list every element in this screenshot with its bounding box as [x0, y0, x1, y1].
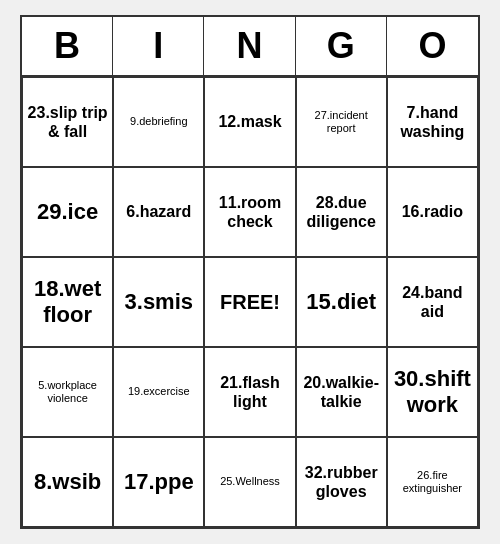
bingo-cell-8: 28.due diligence — [296, 167, 387, 257]
bingo-cell-17: 21.flash light — [204, 347, 295, 437]
bingo-cell-7: 11.room check — [204, 167, 295, 257]
header-letter-n: N — [204, 17, 295, 75]
bingo-cell-4: 7.hand washing — [387, 77, 478, 167]
bingo-cell-18: 20.walkie-talkie — [296, 347, 387, 437]
bingo-cell-19: 30.shift work — [387, 347, 478, 437]
bingo-header: BINGO — [22, 17, 478, 77]
bingo-cell-0: 23.slip trip & fall — [22, 77, 113, 167]
bingo-cell-2: 12.mask — [204, 77, 295, 167]
header-letter-g: G — [296, 17, 387, 75]
bingo-cell-12: FREE! — [204, 257, 295, 347]
bingo-cell-14: 24.band aid — [387, 257, 478, 347]
bingo-cell-23: 32.rubber gloves — [296, 437, 387, 527]
bingo-cell-16: 19.excercise — [113, 347, 204, 437]
bingo-cell-10: 18.wet floor — [22, 257, 113, 347]
bingo-cell-21: 17.ppe — [113, 437, 204, 527]
bingo-cell-6: 6.hazard — [113, 167, 204, 257]
bingo-cell-22: 25.Wellness — [204, 437, 295, 527]
header-letter-o: O — [387, 17, 478, 75]
bingo-cell-15: 5.workplace violence — [22, 347, 113, 437]
header-letter-i: I — [113, 17, 204, 75]
bingo-cell-5: 29.ice — [22, 167, 113, 257]
bingo-cell-13: 15.diet — [296, 257, 387, 347]
bingo-cell-24: 26.fire extinguisher — [387, 437, 478, 527]
bingo-cell-9: 16.radio — [387, 167, 478, 257]
bingo-cell-1: 9.debriefing — [113, 77, 204, 167]
bingo-card: BINGO 23.slip trip & fall9.debriefing12.… — [20, 15, 480, 529]
header-letter-b: B — [22, 17, 113, 75]
bingo-grid: 23.slip trip & fall9.debriefing12.mask27… — [22, 77, 478, 527]
bingo-cell-20: 8.wsib — [22, 437, 113, 527]
bingo-cell-11: 3.smis — [113, 257, 204, 347]
bingo-cell-3: 27.incident report — [296, 77, 387, 167]
